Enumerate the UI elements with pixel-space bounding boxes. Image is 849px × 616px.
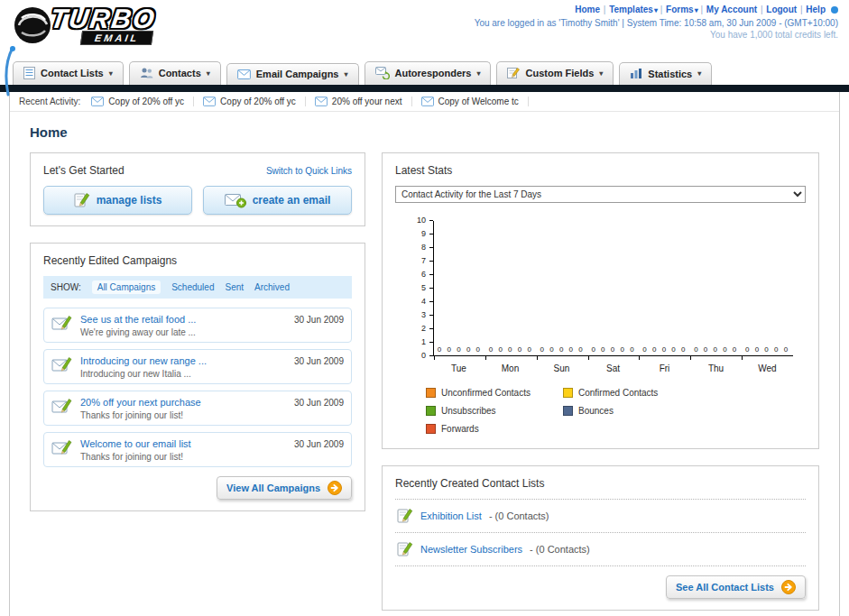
x-axis-label: Wed (742, 356, 793, 373)
top-link-templates[interactable]: Templates (609, 5, 653, 14)
chart-group-tue: 0 0 0 0 0 (434, 221, 485, 355)
legend-swatch (426, 406, 436, 416)
campaign-title-link[interactable]: 20% off your next purchase (80, 397, 201, 408)
arrow-circle-icon (781, 580, 796, 594)
logo-text-email: EMAIL (80, 31, 153, 45)
nav-tab-contacts[interactable]: Contacts ▾ (129, 61, 221, 85)
chart-group-thu: 0 0 0 0 0 (690, 221, 742, 355)
campaign-title-link[interactable]: Introducing our new range ... (80, 355, 207, 366)
login-info: You are logged in as 'Timothy Smith' | S… (475, 18, 838, 28)
recent-activity-item[interactable]: 20% off your next (315, 97, 412, 106)
x-axis-label: Thu (690, 356, 742, 373)
y-tick-label: 2 (421, 325, 426, 333)
recent-activity-item[interactable]: Copy of Welcome tc (421, 97, 529, 106)
campaign-date: 30 Jun 2009 (294, 437, 344, 449)
y-tick-label: 1 (421, 338, 426, 346)
top-nav-links: Home | Templates▾ | Forms▾ | My Account … (475, 5, 838, 14)
contact-list-item[interactable]: Newsletter Subscribers - (0 Contacts) (395, 533, 806, 566)
campaigns-title: Recently Edited Campaigns (43, 254, 352, 267)
recent-activity-item[interactable]: Copy of 20% off yc (203, 97, 306, 106)
envelope-icon (421, 97, 434, 106)
contact-activity-chart: 012345678910 0 0 0 0 00 0 0 0 00 0 0 0 0… (408, 221, 806, 373)
logo-swirl-icon (13, 5, 54, 45)
get-started-panel: Let's Get Started Switch to Quick Links … (30, 152, 365, 226)
campaign-title-link[interactable]: See us at the retail food ... (80, 314, 196, 325)
content-frame: Recent Activity: Copy of 20% off yc Copy… (9, 92, 840, 616)
legend-item: Forwards (426, 424, 563, 434)
get-started-title: Let's Get Started (43, 164, 125, 177)
separator: | (601, 5, 608, 14)
y-tick-label: 3 (421, 311, 426, 319)
campaign-subtitle: Introducing our new Italia ... (80, 369, 287, 379)
contact-lists-panel: Recently Created Contact Lists Exhibitio… (382, 465, 819, 611)
campaign-row[interactable]: Welcome to our email list Thanks for joi… (43, 432, 352, 467)
separator: | (758, 5, 765, 14)
contact-list-item[interactable]: Exhibition List - (0 Contacts) (395, 500, 806, 533)
envelope-icon (315, 97, 328, 106)
campaign-title-link[interactable]: Welcome to our email list (80, 438, 191, 449)
nav-tab-contact-lists[interactable]: Contact Lists ▾ (13, 61, 124, 85)
statistics-icon (630, 68, 642, 79)
view-all-campaigns-button[interactable]: View All Campaigns (217, 476, 352, 500)
stats-activity-select[interactable]: Contact Activity for the Last 7 Days (395, 186, 806, 203)
page-title: Home (30, 124, 819, 140)
chart-plot-area: 0 0 0 0 00 0 0 0 00 0 0 0 00 0 0 0 00 0 … (433, 221, 793, 356)
chevron-down-icon: ▾ (599, 69, 603, 78)
top-link-help[interactable]: Help (806, 5, 826, 14)
contact-lists-title: Recently Created Contact Lists (395, 477, 806, 490)
envelope-pencil-icon (51, 437, 73, 456)
campaign-subtitle: Thanks for joining our list! (80, 452, 287, 462)
x-tick-mark (485, 355, 486, 360)
main-nav-tab-bar: Contact Lists ▾ Contacts ▾ Email Campaig… (0, 58, 849, 85)
separator: | (698, 5, 706, 14)
y-tick-label: 4 (421, 298, 426, 306)
y-tick-label: 6 (421, 271, 426, 279)
chart-legend: Unconfirmed Contacts Confirmed Contacts … (426, 388, 806, 434)
manage-lists-button[interactable]: manage lists (43, 186, 192, 215)
y-tick-label: 10 (417, 216, 426, 225)
contacts-icon (140, 67, 153, 79)
nav-tab-autoresponders[interactable]: Autoresponders ▾ (365, 61, 492, 85)
envelope-pencil-icon (51, 396, 73, 415)
legend-item: Confirmed Contacts (563, 388, 700, 398)
chevron-down-icon: ▾ (109, 69, 113, 78)
nav-tab-custom-fields[interactable]: Custom Fields ▾ (496, 61, 614, 85)
top-link-logout[interactable]: Logout (766, 5, 797, 14)
nav-tab-email-campaigns[interactable]: Email Campaigns ▾ (226, 63, 359, 85)
chart-group-sun: 0 0 0 0 0 (537, 221, 588, 355)
campaign-row[interactable]: Introducing our new range ... Introducin… (43, 349, 352, 384)
x-tick-mark (588, 355, 589, 360)
campaign-row[interactable]: 20% off your next purchase Thanks for jo… (43, 391, 352, 426)
chevron-down-icon: ▾ (697, 69, 701, 78)
separator: | (798, 5, 805, 14)
legend-swatch (563, 388, 573, 398)
top-link-my-account[interactable]: My Account (706, 5, 757, 14)
top-link-home[interactable]: Home (575, 5, 600, 14)
bar-value-labels: 0 0 0 0 0 (537, 345, 588, 354)
envelope-pencil-icon (51, 354, 73, 373)
x-tick-mark (690, 355, 691, 360)
top-link-forms[interactable]: Forms (666, 5, 694, 14)
bar-value-labels: 0 0 0 0 0 (434, 345, 485, 354)
envelope-icon (91, 97, 104, 106)
recent-activity-item[interactable]: Copy of 20% off yc (91, 97, 194, 106)
nav-tab-statistics[interactable]: Statistics ▾ (619, 62, 712, 85)
filter-archived[interactable]: Archived (254, 282, 290, 292)
blue-dot-decoration (831, 6, 838, 14)
campaign-date: 30 Jun 2009 (294, 313, 344, 325)
filter-scheduled[interactable]: Scheduled (171, 282, 214, 292)
filter-sent[interactable]: Sent (225, 282, 244, 292)
nav-divider-bar (0, 85, 849, 92)
campaign-subtitle: We're giving away our late ... (80, 327, 287, 337)
campaign-row[interactable]: See us at the retail food ... We're givi… (43, 308, 352, 343)
chart-group-fri: 0 0 0 0 0 (639, 221, 690, 355)
contact-list-link[interactable]: Newsletter Subscribers (420, 544, 522, 555)
contact-list-link[interactable]: Exhibition List (420, 510, 482, 521)
create-an-email-button[interactable]: create an email (203, 186, 352, 215)
stats-panel: Latest Stats Contact Activity for the La… (382, 152, 819, 449)
see-all-contact-lists-button[interactable]: See All Contact Lists (666, 575, 806, 599)
x-axis-label: Sun (536, 356, 587, 373)
y-tick-label: 7 (421, 257, 426, 265)
filter-all-campaigns[interactable]: All Campaigns (92, 280, 161, 294)
switch-quick-links-link[interactable]: Switch to Quick Links (266, 166, 352, 176)
